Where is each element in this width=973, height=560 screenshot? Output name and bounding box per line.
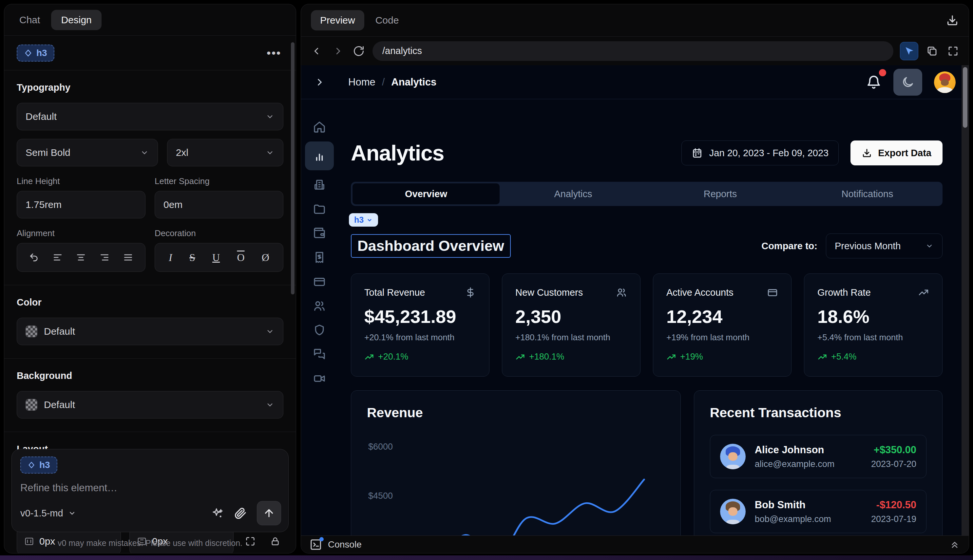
chevron-down-icon (140, 148, 149, 157)
tab-preview[interactable]: Preview (311, 10, 364, 30)
back-icon[interactable] (310, 44, 324, 58)
font-size-select[interactable]: 2xl (167, 139, 284, 167)
letter-spacing-input[interactable]: 0em (155, 191, 284, 218)
messages-icon (313, 348, 326, 361)
stat-card-active-accounts: Active Accounts 12,234 +19% from last mo… (653, 273, 791, 377)
user-avatar[interactable] (934, 72, 956, 93)
align-right-icon[interactable] (99, 252, 110, 263)
page-bottom-accent (0, 555, 973, 560)
recent-transactions-card: Recent Transactions Alice Johnsonalice@e… (694, 390, 943, 535)
preview-viewport: Home / Analytics (301, 65, 969, 535)
sidebar-item-payments[interactable] (301, 270, 338, 294)
stat-trend-value: +19% (680, 352, 703, 362)
disclaimer-text: v0 may make mistakes. Please use with di… (4, 538, 296, 548)
breadcrumb-current: Analytics (391, 76, 436, 88)
chevron-down-icon (925, 242, 934, 250)
section-title-selected[interactable]: Dashboard Overview (351, 234, 511, 258)
sidebar-item-wallet[interactable] (301, 221, 338, 245)
y-tick-label: $4500 (368, 491, 393, 501)
tab-chat[interactable]: Chat (19, 14, 40, 25)
color-select[interactable]: Default (17, 318, 284, 345)
download-icon[interactable] (946, 14, 959, 27)
selected-tag-pill[interactable]: h3 (349, 213, 378, 227)
export-data-button[interactable]: Export Data (851, 140, 943, 165)
composer-element-badge[interactable]: h3 (20, 457, 57, 473)
dollar-icon (465, 287, 476, 298)
sidebar-item-invoices[interactable] (301, 245, 338, 270)
sidebar-item-files[interactable] (301, 197, 338, 221)
sparkles-icon[interactable] (211, 507, 224, 520)
tab-reports[interactable]: Reports (647, 183, 794, 204)
stat-trend-value: +20.1% (378, 352, 408, 362)
compare-select[interactable]: Previous Month (826, 233, 943, 258)
refresh-icon[interactable] (352, 44, 366, 58)
transaction-row[interactable]: Alice Johnsonalice@example.com +$350.002… (710, 435, 926, 478)
selected-element-badge[interactable]: h3 (17, 45, 54, 62)
chevron-down-icon (366, 217, 373, 223)
sidebar-item-customers[interactable] (301, 294, 338, 318)
font-weight-select[interactable]: Semi Bold (17, 139, 158, 167)
line-height-input[interactable]: 1.75rem (17, 191, 145, 218)
background-section: Background Default (17, 358, 284, 432)
underline-icon[interactable]: U (212, 252, 220, 263)
more-options-icon[interactable]: ••• (267, 47, 281, 59)
align-center-icon[interactable] (76, 252, 86, 263)
typography-section: Typography Default Semi Bold 2xl (17, 70, 284, 285)
url-input[interactable]: /analytics (372, 41, 893, 61)
design-panel-scrollbar[interactable] (291, 42, 295, 294)
italic-icon[interactable]: I (169, 252, 172, 263)
theme-toggle-button[interactable] (893, 69, 922, 96)
tab-design[interactable]: Design (51, 10, 101, 30)
composer-input[interactable]: Refine this element… (20, 482, 280, 494)
tab-notifications[interactable]: Notifications (794, 183, 941, 204)
overline-icon[interactable]: O (237, 252, 244, 263)
background-select[interactable]: Default (17, 391, 284, 418)
align-left-icon[interactable] (52, 252, 63, 263)
background-value: Default (44, 399, 75, 410)
sidebar-item-video[interactable] (301, 367, 338, 391)
tab-analytics[interactable]: Analytics (500, 183, 647, 204)
preview-scrollbar[interactable] (961, 65, 969, 535)
fullscreen-icon[interactable] (946, 44, 960, 58)
background-title: Background (17, 370, 284, 381)
breadcrumb-home[interactable]: Home (348, 76, 376, 88)
sidebar-item-home[interactable] (301, 115, 338, 139)
browser-toolbar: /analytics (301, 37, 969, 65)
console-label: Console (328, 539, 362, 550)
sidebar-toggle-icon[interactable] (314, 77, 325, 88)
tab-code[interactable]: Code (376, 15, 399, 26)
sidebar-item-analytics[interactable] (301, 142, 338, 170)
tab-overview[interactable]: Overview (352, 183, 500, 204)
model-select[interactable]: v0-1.5-md (20, 508, 76, 519)
color-title: Color (17, 297, 284, 308)
undo-icon[interactable] (29, 252, 39, 263)
typography-title: Typography (17, 82, 284, 93)
refine-composer: h3 Refine this element… v0-1.5-md (12, 449, 289, 532)
copy-icon[interactable] (925, 44, 939, 58)
date-range-button[interactable]: Jan 20, 2023 - Feb 09, 2023 (681, 140, 839, 165)
scrollbar-thumb[interactable] (963, 67, 968, 128)
transaction-email: alice@example.com (755, 459, 835, 469)
font-family-select[interactable]: Default (17, 103, 284, 130)
no-decoration-icon[interactable]: Ø (262, 252, 269, 263)
sidebar-item-organization[interactable] (301, 173, 338, 197)
transaction-row[interactable]: Bob Smithbob@example.com -$120.502023-07… (710, 490, 926, 533)
letter-spacing-value: 0em (164, 199, 182, 210)
console-bar[interactable]: Console (301, 535, 969, 553)
sidebar-item-security[interactable] (301, 318, 338, 342)
forward-icon[interactable] (330, 44, 345, 58)
strikethrough-icon[interactable]: S (189, 252, 195, 263)
select-element-tool[interactable] (900, 42, 918, 60)
date-range-value: Jan 20, 2023 - Feb 09, 2023 (709, 148, 828, 158)
cursor-icon (904, 46, 915, 56)
paperclip-icon[interactable] (234, 507, 247, 520)
send-button[interactable] (257, 501, 281, 525)
notifications-button[interactable] (866, 74, 881, 90)
design-panel-tabs: Chat Design (4, 4, 296, 36)
align-justify-icon[interactable] (123, 252, 134, 263)
chevrons-up-icon[interactable] (949, 539, 960, 550)
trending-up-icon (666, 352, 676, 362)
sidebar-item-messages[interactable] (301, 342, 338, 367)
stat-card-total-revenue: Total Revenue $45,231.89 +20.1% from las… (351, 273, 489, 377)
revenue-chart-card: Revenue $6000$4500$3000 (351, 390, 681, 535)
